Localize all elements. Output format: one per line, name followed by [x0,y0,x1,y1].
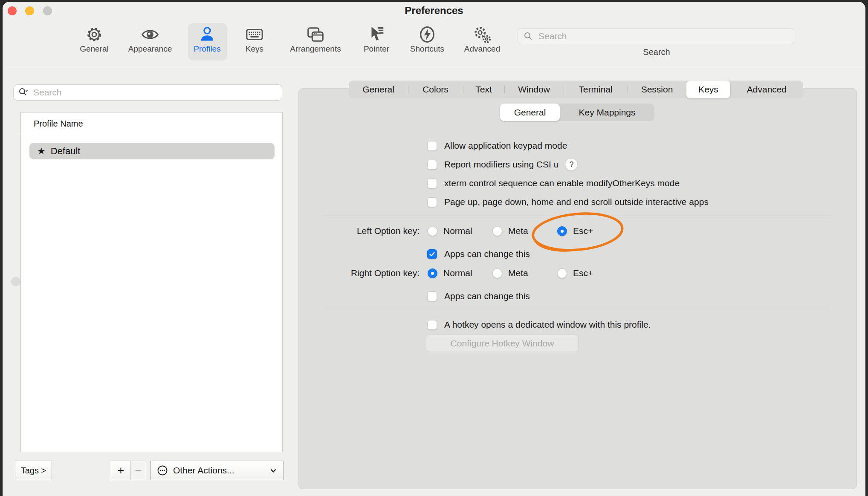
search-menu-icon [18,87,29,98]
tab-session[interactable]: Session [628,81,686,98]
tab-terminal[interactable]: Terminal [564,81,628,98]
window-title: Preferences [0,5,868,17]
toolbar-item-shortcuts[interactable]: Shortcuts [402,24,453,61]
checkbox-checked[interactable] [427,249,437,259]
checkbox-unchecked[interactable] [427,179,437,188]
checkbox-label: Apps can change this [444,249,530,259]
tab-keys[interactable]: Keys [686,81,730,98]
eye-icon [140,25,160,44]
radio-label-esc[interactable]: Esc+ [573,226,593,236]
profile-list-panel: Profile Name ★ Default [20,112,283,452]
checkbox-row-right-apps-change[interactable]: Apps can change this [427,289,530,303]
checkbox-row-csi-u[interactable]: Report modifiers using CSI u ? [427,158,578,171]
tab-separator [408,86,408,93]
radio-right-meta[interactable] [492,268,502,278]
profile-search-input[interactable] [32,87,278,98]
toolbar-search-caption: Search [614,47,699,57]
checkbox-unchecked[interactable] [427,320,437,330]
cursor-icon [367,25,386,44]
toolbar-item-general[interactable]: General [71,24,118,61]
help-button[interactable]: ? [565,158,578,171]
toolbar-label: Pointer [364,44,389,54]
toolbar-item-keys[interactable]: Keys [233,24,276,61]
radio-right-esc[interactable] [557,268,567,278]
person-icon [197,25,217,44]
checkbox-unchecked[interactable] [427,160,437,170]
tab-separator [564,86,564,93]
tags-button[interactable]: Tags > [15,461,52,480]
toolbar-search-field[interactable] [518,28,794,44]
toolbar-label: Arrangements [290,44,341,54]
toolbar-label: Appearance [128,44,172,54]
radio-left-meta[interactable] [492,226,502,236]
remove-profile-button: − [130,461,146,480]
tab-colors[interactable]: Colors [408,81,463,98]
radio-left-esc-selected[interactable] [557,226,567,236]
toolbar-label: Shortcuts [410,44,444,54]
checkbox-row-page-scroll[interactable]: Page up, page down, home and end scroll … [427,195,709,209]
checkbox-row-modifyotherkeys[interactable]: xterm control sequence can enable modify… [427,176,680,190]
toolbar-label: Advanced [464,44,501,54]
left-option-key-label: Left Option key: [298,226,420,236]
other-actions-dropdown[interactable]: Other Actions... [150,461,284,480]
checkbox-label: xterm control sequence can enable modify… [444,178,680,188]
radio-label-meta[interactable]: Meta [508,268,528,278]
chevron-down-icon [269,466,278,475]
checkbox-label: Allow application keypad mode [444,141,567,151]
tab-general[interactable]: General [349,81,408,98]
section-divider [321,308,831,308]
tab-separator [463,86,463,93]
default-star-icon: ★ [37,147,46,156]
toolbar-item-appearance[interactable]: Appearance [120,24,180,61]
gear-icon [84,25,104,44]
profile-list-header: Profile Name [34,119,83,129]
toolbar-item-advanced[interactable]: Advanced [454,24,510,61]
subtab-key-mappings[interactable]: Key Mappings [560,104,654,121]
checkbox-label: Report modifiers using CSI u [444,159,558,170]
toolbar-item-profiles[interactable]: Profiles [184,24,231,61]
checkbox-row-hotkey-window[interactable]: A hotkey opens a dedicated window with t… [427,318,651,332]
profile-name: Default [51,146,81,157]
question-mark-icon: ? [569,160,573,169]
tab-advanced[interactable]: Advanced [730,81,803,98]
circle-ellipsis-icon [156,464,169,477]
checkbox-label: Page up, page down, home and end scroll … [444,197,709,207]
checkbox-row-keypad-mode[interactable]: Allow application keypad mode [427,139,567,153]
toolbar-item-arrangements[interactable]: Arrangements [281,24,350,61]
checkbox-unchecked[interactable] [427,141,437,151]
checkbox-label: Apps can change this [444,291,530,301]
keys-settings-panel [298,88,857,489]
search-icon [523,31,533,41]
check-icon [428,251,436,258]
radio-right-normal-selected[interactable] [428,268,437,278]
profile-row-default[interactable]: ★ Default [29,143,275,159]
tab-separator [628,86,628,93]
checkbox-row-left-apps-change[interactable]: Apps can change this [427,247,530,261]
keys-subtab-bar: General Key Mappings [500,104,654,121]
subtab-general[interactable]: General [500,104,560,121]
tab-separator [504,86,505,93]
radio-label-normal[interactable]: Normal [443,268,472,278]
configure-hotkey-label: Configure Hotkey Window [451,338,554,349]
toolbar-search-input[interactable] [538,31,789,42]
radio-left-normal[interactable] [428,226,437,236]
toolbar-item-pointer[interactable]: Pointer [353,24,400,61]
checkbox-unchecked[interactable] [427,197,437,207]
toolbar-label: Profiles [194,44,220,54]
radio-label-meta[interactable]: Meta [508,226,528,236]
tags-button-label: Tags > [21,466,46,476]
minus-icon: − [135,464,142,477]
tab-text[interactable]: Text [463,81,504,98]
checkbox-unchecked[interactable] [427,291,437,301]
list-header-divider [21,134,282,134]
profile-search-field[interactable] [13,84,282,101]
section-divider [321,216,831,216]
tab-window[interactable]: Window [504,81,564,98]
toolbar-label: Keys [246,44,263,54]
configure-hotkey-window-button: Configure Hotkey Window [426,335,579,352]
add-profile-button[interactable]: + [111,461,131,480]
window-edge-dot [11,277,20,286]
toolbar-divider [3,67,865,67]
radio-label-esc[interactable]: Esc+ [573,268,593,278]
radio-label-normal[interactable]: Normal [443,226,472,236]
